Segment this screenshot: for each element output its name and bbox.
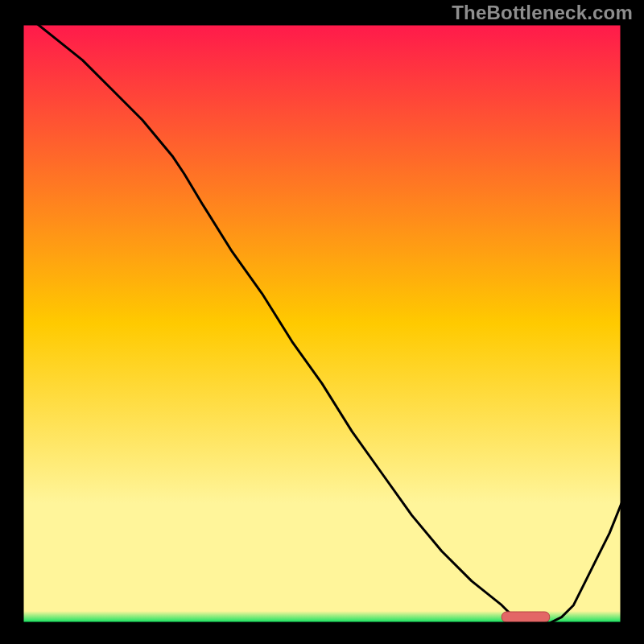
gradient-background xyxy=(23,24,621,623)
chart-frame: { "watermark": "TheBottleneck.com", "col… xyxy=(0,0,644,644)
optimal-range-marker xyxy=(502,612,550,622)
bottleneck-chart xyxy=(0,0,644,644)
